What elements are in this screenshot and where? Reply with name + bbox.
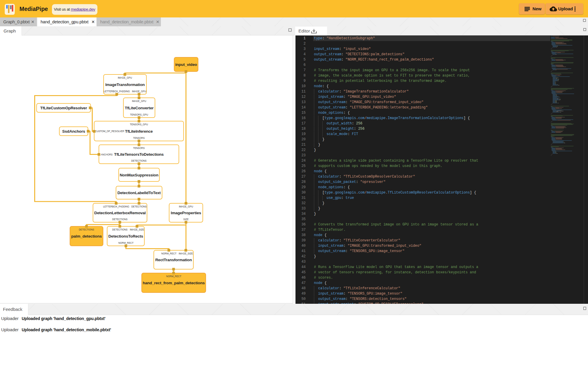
svg-text:IMAGE_GPU: IMAGE_GPU	[132, 100, 146, 103]
svg-text:TENSORS: TENSORS	[133, 147, 145, 150]
svg-text:CUSTOM_OP_RESOLVER: CUSTOM_OP_RESOLVER	[95, 130, 124, 133]
svg-text:RectTransformation: RectTransformation	[155, 258, 192, 262]
svg-text:ANCHORS: ANCHORS	[101, 153, 113, 156]
svg-text:IMAGE_GPU: IMAGE_GPU	[179, 205, 193, 208]
svg-text:IMAGE_SIZE: IMAGE_SIZE	[179, 252, 193, 255]
svg-text:TENSORS: TENSORS	[133, 137, 145, 139]
svg-text:SIZE: SIZE	[183, 218, 189, 221]
svg-text:SsdAnchors: SsdAnchors	[62, 129, 85, 134]
svg-text:TENSORS_GPU: TENSORS_GPU	[130, 123, 148, 126]
svg-text:hand_rect_from_palm_detections: hand_rect_from_palm_detections	[143, 281, 205, 285]
svg-text:NORM_RECT: NORM_RECT	[166, 275, 181, 278]
svg-text:ImageTransformation: ImageTransformation	[105, 82, 145, 87]
svg-text:DETECTIONS: DETECTIONS	[131, 159, 147, 162]
svg-text:palm_detections: palm_detections	[71, 234, 102, 238]
svg-text:ImageProperties: ImageProperties	[171, 211, 201, 215]
svg-text:LETTERBOX_PADDING: LETTERBOX_PADDING	[104, 90, 130, 93]
svg-text:NonMaxSuppression: NonMaxSuppression	[120, 173, 159, 177]
svg-text:DETECTIONS: DETECTIONS	[112, 228, 128, 231]
svg-text:DETECTIONS: DETECTIONS	[131, 205, 147, 208]
svg-text:DetectionsToRects: DetectionsToRects	[108, 234, 143, 238]
svg-text:TfLiteTensorsToDetections: TfLiteTensorsToDetections	[114, 152, 164, 157]
svg-text:input_video: input_video	[175, 62, 197, 67]
svg-text:TfLiteConverter: TfLiteConverter	[125, 106, 154, 110]
svg-text:DETECTIONS: DETECTIONS	[112, 218, 128, 221]
svg-text:NORM_RECT: NORM_RECT	[118, 241, 133, 244]
svg-text:TENSORS_GPU: TENSORS_GPU	[130, 113, 148, 116]
svg-text:DetectionLabelIdToText: DetectionLabelIdToText	[117, 191, 161, 195]
svg-text:LETTERBOX_PADDING: LETTERBOX_PADDING	[103, 205, 129, 208]
svg-text:TfLiteInference: TfLiteInference	[125, 129, 153, 134]
svg-text:IMAGE_GPU: IMAGE_GPU	[118, 76, 132, 79]
svg-text:IMAGE_GPU: IMAGE_GPU	[132, 90, 146, 93]
svg-text:NORM_RECT: NORM_RECT	[161, 252, 176, 255]
svg-text:DETECTIONS: DETECTIONS	[79, 228, 94, 231]
svg-text:IMAGE_SIZE: IMAGE_SIZE	[130, 228, 144, 231]
svg-text:TfLiteCustomOpResolver: TfLiteCustomOpResolver	[40, 106, 87, 110]
svg-text:DetectionLetterboxRemoval: DetectionLetterboxRemoval	[94, 211, 146, 215]
